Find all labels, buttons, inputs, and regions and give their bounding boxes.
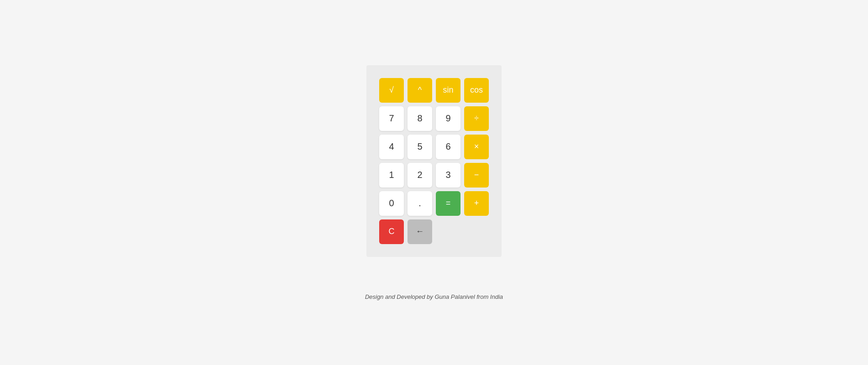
btn-eq[interactable]: = [436,191,460,216]
btn-sin[interactable]: sin [436,78,460,103]
row-456: 456× [379,135,489,159]
btn-sub[interactable]: − [464,163,489,188]
btn-5[interactable]: 5 [408,135,432,159]
row-0eq: 0.=+ [379,191,489,216]
btn-1[interactable]: 1 [379,163,404,188]
btn-8[interactable]: 8 [408,106,432,131]
btn-3[interactable]: 3 [436,163,460,188]
footer-text: Design and Developed by Guna Palanivel f… [365,293,503,300]
btn-sqrt[interactable]: √ [379,78,404,103]
btn-add[interactable]: + [464,191,489,216]
btn-backspace[interactable]: ← [408,219,432,244]
btn-div[interactable]: ÷ [464,106,489,131]
row-789: 789÷ [379,106,489,131]
btn-6[interactable]: 6 [436,135,460,159]
calculator: √^sincos789÷456×123−0.=+C← [366,65,502,257]
btn-dot[interactable]: . [408,191,432,216]
btn-cos[interactable]: cos [464,78,489,103]
btn-4[interactable]: 4 [379,135,404,159]
row-123: 123− [379,163,489,188]
btn-0[interactable]: 0 [379,191,404,216]
row-clear: C← [379,219,489,244]
btn-mul[interactable]: × [464,135,489,159]
calculator-wrapper: √^sincos789÷456×123−0.=+C← Design and De… [365,65,503,300]
btn-2[interactable]: 2 [408,163,432,188]
row-functions: √^sincos [379,78,489,103]
btn-clear[interactable]: C [379,219,404,244]
btn-9[interactable]: 9 [436,106,460,131]
btn-power[interactable]: ^ [408,78,432,103]
btn-7[interactable]: 7 [379,106,404,131]
